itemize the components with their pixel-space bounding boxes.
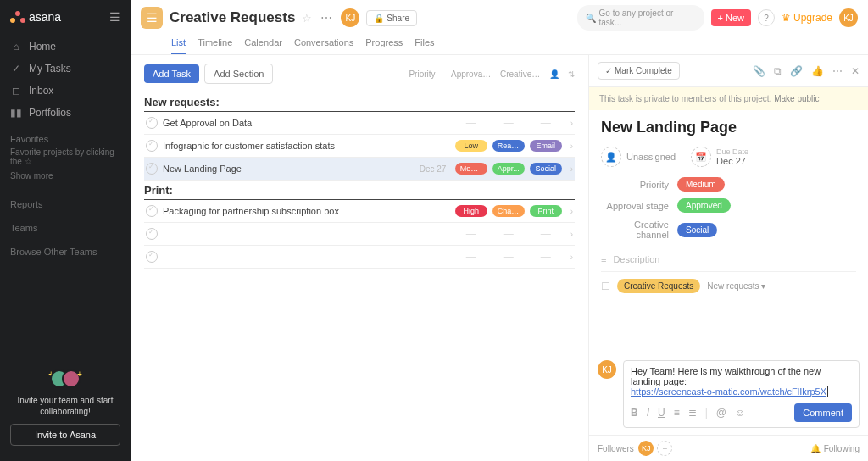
share-button[interactable]: 🔒Share xyxy=(366,10,417,26)
complete-check[interactable] xyxy=(146,163,158,175)
project-menu-icon[interactable]: ⋯ xyxy=(319,11,334,25)
task-row[interactable]: Get Approval on Data — — — › xyxy=(144,112,575,135)
stage-pill[interactable]: Approved xyxy=(677,198,731,213)
invite-button[interactable]: Invite to Asana xyxy=(10,424,120,446)
project-title[interactable]: Creative Requests xyxy=(170,9,295,26)
task-row[interactable]: Infographic for customer satisfaction st… xyxy=(144,135,575,158)
help-icon[interactable]: ? xyxy=(758,9,775,26)
following-toggle[interactable]: 🔔 Following xyxy=(810,444,860,453)
pill[interactable]: Read... xyxy=(492,140,525,152)
tab-conversations[interactable]: Conversations xyxy=(294,34,353,54)
task-detail-panel: ✓ Mark Complete 📎 ⧉ 🔗 👍 ⋯ ✕ This task is… xyxy=(588,55,868,461)
favorites-hint: Favorite projects by clicking the ☆ xyxy=(7,147,124,168)
list-icon[interactable]: ≡ xyxy=(674,407,680,419)
project-icon[interactable]: ☰ xyxy=(141,7,163,29)
section-header[interactable]: New requests: xyxy=(144,92,575,112)
comment-button[interactable]: Comment xyxy=(794,403,852,422)
assignee-field[interactable]: 👤 Unassigned xyxy=(601,147,676,167)
show-more-link[interactable]: Show more xyxy=(7,168,124,189)
pill[interactable]: Chan... xyxy=(492,205,525,217)
bold-icon[interactable]: B xyxy=(631,407,638,419)
emoji-icon[interactable]: ☺ xyxy=(735,407,745,419)
attachment-icon[interactable]: 📎 xyxy=(753,65,765,77)
task-row[interactable]: Packaging for partnership subscription b… xyxy=(144,200,575,223)
tab-timeline[interactable]: Timeline xyxy=(198,34,232,54)
tab-calendar[interactable]: Calendar xyxy=(244,34,282,54)
italic-icon[interactable]: I xyxy=(647,407,649,419)
section-header[interactable]: Print: xyxy=(144,181,575,200)
tab-list[interactable]: List xyxy=(171,34,186,54)
task-row[interactable]: — — — › xyxy=(144,223,575,246)
calendar-icon: 📅 xyxy=(691,147,711,167)
complete-check[interactable] xyxy=(146,205,158,217)
pill[interactable]: Email xyxy=(530,140,562,152)
add-section-button[interactable]: Add Section xyxy=(204,64,273,84)
task-row[interactable]: New Landing Page Dec 27 Medi... Appr... … xyxy=(144,158,575,181)
mark-complete-button[interactable]: ✓ Mark Complete xyxy=(598,62,680,80)
pill[interactable]: Low xyxy=(455,140,487,152)
open-caret-icon[interactable]: › xyxy=(570,207,573,216)
comment-input[interactable]: Hey Team! Here is my walkthrough of the … xyxy=(623,360,860,428)
link-icon[interactable]: 🔗 xyxy=(790,65,803,77)
open-caret-icon[interactable]: › xyxy=(570,119,573,128)
sidebar-collapse-icon[interactable]: ☰ xyxy=(109,10,120,24)
open-caret-icon[interactable]: › xyxy=(570,253,573,262)
follower-avatar[interactable]: KJ xyxy=(638,441,654,456)
like-icon[interactable]: 👍 xyxy=(811,65,824,77)
project-tags[interactable]: ☐ Creative Requests New requests ▾ xyxy=(601,271,856,300)
make-public-link[interactable]: Make public xyxy=(774,94,819,103)
underline-icon[interactable]: U xyxy=(658,407,665,419)
reports-header[interactable]: Reports xyxy=(7,189,124,213)
column-header[interactable]: Approval st... xyxy=(451,69,492,79)
complete-check[interactable] xyxy=(146,140,158,152)
sidebar-item-portfolios[interactable]: ▮▮Portfolios xyxy=(7,102,124,124)
open-caret-icon[interactable]: › xyxy=(570,230,573,239)
complete-check[interactable] xyxy=(146,228,158,240)
mention-icon[interactable]: @ xyxy=(716,407,726,419)
pill[interactable]: High xyxy=(455,205,487,217)
member-avatar[interactable]: KJ xyxy=(341,8,359,27)
numlist-icon[interactable]: ≣ xyxy=(688,407,697,419)
assignee-icon[interactable]: 👤 xyxy=(549,69,559,79)
sort-icon[interactable]: ⇅ xyxy=(568,69,575,79)
priority-pill[interactable]: Medium xyxy=(677,177,725,192)
task-name: Packaging for partnership subscription b… xyxy=(163,206,415,216)
sidebar: asana ☰ ⌂Home✓My Tasks◻Inbox▮▮Portfolios… xyxy=(0,0,131,461)
complete-check[interactable] xyxy=(146,251,158,263)
asana-logo[interactable]: asana xyxy=(10,10,61,24)
task-row[interactable]: — — — › xyxy=(144,246,575,269)
column-header[interactable]: Creative ch... xyxy=(500,69,541,79)
check-icon: ✓ xyxy=(10,63,22,75)
pill[interactable]: Print xyxy=(530,205,562,217)
subtask-icon[interactable]: ⧉ xyxy=(774,65,782,77)
more-icon[interactable]: ⋯ xyxy=(832,65,843,77)
upgrade-link[interactable]: ♛ Upgrade xyxy=(782,12,832,24)
task-title[interactable]: New Landing Page xyxy=(601,119,856,136)
open-caret-icon[interactable]: › xyxy=(570,164,573,174)
channel-pill[interactable]: Social xyxy=(677,223,717,237)
tab-files[interactable]: Files xyxy=(415,34,434,54)
sidebar-item-inbox[interactable]: ◻Inbox xyxy=(7,80,124,102)
favorites-header: Favorites xyxy=(7,124,124,147)
description-field[interactable]: ≡Description xyxy=(601,247,856,271)
sidebar-item-home[interactable]: ⌂Home xyxy=(7,36,124,58)
search-input[interactable]: 🔍Go to any project or task... xyxy=(577,5,704,31)
add-task-button[interactable]: Add Task xyxy=(144,64,199,83)
user-avatar[interactable]: KJ xyxy=(839,8,858,27)
add-follower-button[interactable]: + xyxy=(657,441,672,456)
pill[interactable]: Appr... xyxy=(492,163,525,175)
close-icon[interactable]: ✕ xyxy=(851,65,860,77)
browse-teams-link[interactable]: Browse Other Teams xyxy=(7,236,124,260)
column-header[interactable]: Priority xyxy=(402,69,442,79)
due-date: Dec 27 xyxy=(420,164,450,174)
teams-header[interactable]: Teams xyxy=(7,213,124,236)
open-caret-icon[interactable]: › xyxy=(570,142,573,151)
complete-check[interactable] xyxy=(146,117,158,129)
pill[interactable]: Medi... xyxy=(455,163,487,175)
pill[interactable]: Social xyxy=(530,163,562,175)
due-date-field[interactable]: 📅 Due DateDec 27 xyxy=(691,147,748,167)
star-icon[interactable]: ☆ xyxy=(302,12,312,25)
tab-progress[interactable]: Progress xyxy=(365,34,403,54)
new-button[interactable]: + New xyxy=(711,9,751,26)
sidebar-item-my-tasks[interactable]: ✓My Tasks xyxy=(7,58,124,80)
